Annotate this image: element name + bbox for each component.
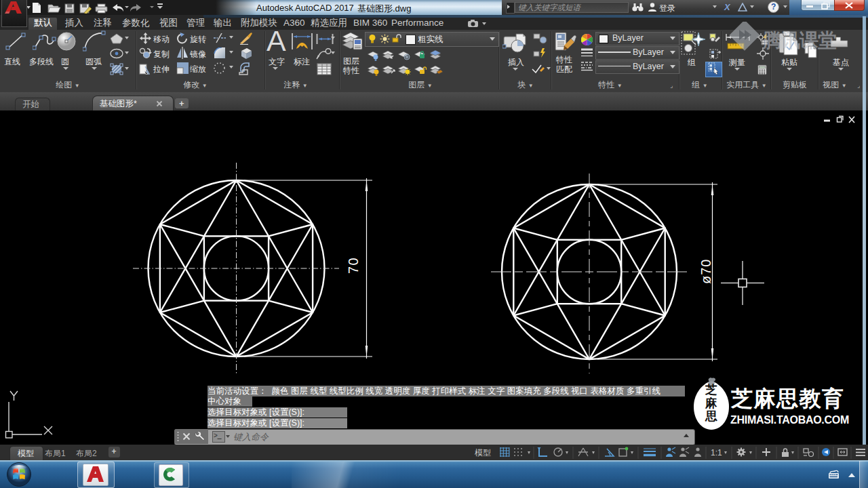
svg-text:70: 70	[346, 257, 361, 274]
svg-text:ø70: ø70	[698, 259, 713, 284]
svg-text:1:1: 1:1	[711, 448, 722, 458]
